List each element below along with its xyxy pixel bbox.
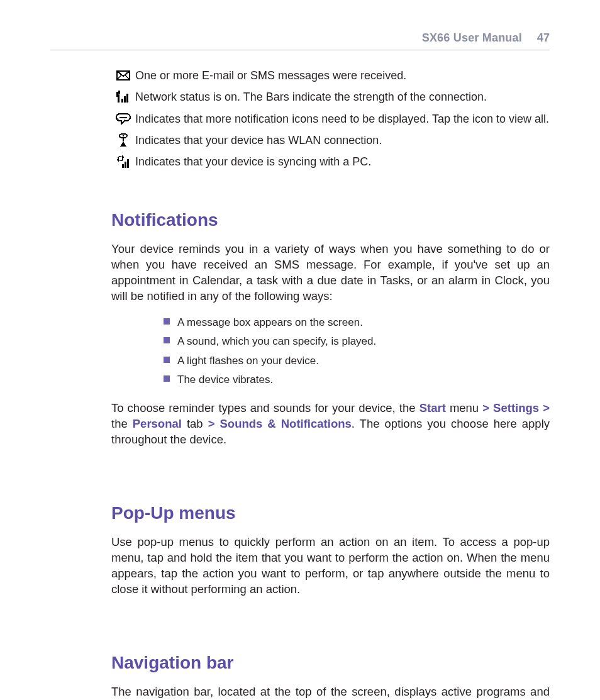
icon-desc: Indicates that your device is syncing wi… (135, 154, 371, 169)
svg-rect-2 (118, 91, 120, 94)
bullet-item: A sound, which you can specify, is playe… (164, 335, 550, 348)
text-part: menu (446, 401, 482, 414)
svg-point-10 (123, 135, 125, 137)
popup-paragraph-1: Use pop-up menus to quickly perform an a… (50, 535, 550, 597)
navbar-paragraph-1: The navigation bar, located at the top o… (50, 684, 550, 700)
menu-path-start: Start (419, 401, 446, 414)
icon-desc: Indicates that more notification icons n… (135, 111, 549, 126)
svg-rect-5 (124, 96, 126, 103)
signal-icon (111, 91, 135, 103)
svg-rect-14 (127, 159, 129, 168)
bullet-text: A message box appears on the screen. (177, 316, 363, 330)
menu-path-personal: Personal (133, 417, 182, 430)
header-title: SX66 User Manual (422, 31, 522, 45)
icon-definition-list: One or more E-mail or SMS messages were … (50, 68, 550, 169)
bullet-text: The device vibrates. (177, 373, 273, 387)
svg-rect-12 (122, 164, 124, 168)
svg-rect-11 (123, 138, 124, 142)
text-part: To choose reminder types and sounds for … (111, 401, 419, 414)
sync-icon (111, 155, 135, 168)
header-page-number: 47 (537, 31, 550, 45)
icon-row-sync: Indicates that your device is syncing wi… (111, 154, 550, 169)
svg-rect-6 (126, 94, 128, 103)
square-bullet-icon (164, 318, 170, 325)
icon-row-more-notifications: Indicates that more notification icons n… (111, 111, 550, 126)
icon-row-mail: One or more E-mail or SMS messages were … (111, 68, 550, 83)
bullet-text: A light flashes on your device. (177, 354, 319, 368)
bullet-item: The device vibrates. (164, 373, 550, 387)
menu-path-settings: > Settings > (482, 401, 550, 414)
icon-desc: One or more E-mail or SMS messages were … (135, 68, 406, 83)
heading-navigation-bar: Navigation bar (50, 653, 550, 673)
heading-notifications: Notifications (50, 210, 550, 230)
square-bullet-icon (164, 337, 170, 343)
page-header: SX66 User Manual 47 (50, 31, 550, 50)
icon-desc: Indicates that your device has WLAN conn… (135, 133, 382, 148)
text-part: tab (182, 417, 208, 430)
icon-desc: Network status is on. The Bars indicate … (135, 89, 487, 104)
square-bullet-icon (164, 375, 170, 382)
svg-rect-13 (125, 162, 126, 168)
svg-rect-4 (121, 99, 123, 103)
mail-icon (111, 70, 135, 81)
menu-path-sounds: > Sounds & Notifications (208, 417, 352, 430)
icon-row-wlan: Indicates that your device has WLAN conn… (111, 133, 550, 148)
notifications-bullet-list: A message box appears on the screen. A s… (50, 316, 550, 386)
notifications-paragraph-1: Your device reminds you in a variety of … (50, 242, 550, 304)
heading-popup-menus: Pop-Up menus (50, 503, 550, 523)
wlan-icon (111, 133, 135, 147)
more-notifications-icon (111, 113, 135, 125)
bullet-item: A light flashes on your device. (164, 354, 550, 368)
bullet-item: A message box appears on the screen. (164, 316, 550, 330)
svg-rect-3 (118, 94, 119, 103)
document-page: SX66 User Manual 47 One or more E-mail o… (0, 0, 600, 700)
text-part: the (111, 417, 133, 430)
square-bullet-icon (164, 357, 170, 363)
notifications-paragraph-2: To choose reminder types and sounds for … (50, 401, 550, 448)
icon-row-signal: Network status is on. The Bars indicate … (111, 89, 550, 104)
bullet-text: A sound, which you can specify, is playe… (177, 335, 376, 348)
